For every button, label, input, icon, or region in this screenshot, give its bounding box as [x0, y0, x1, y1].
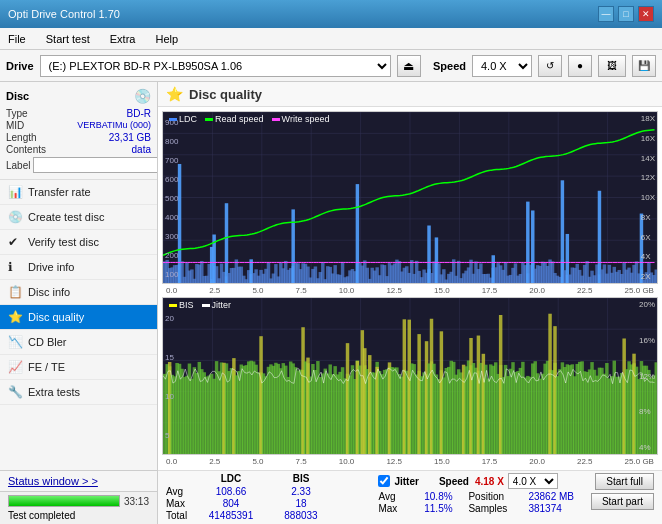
sidebar-label-extra-tests: Extra tests	[28, 386, 80, 398]
legend-read-speed: Read speed	[205, 114, 264, 124]
sidebar-item-cd-bler[interactable]: 📉 CD Bler	[0, 330, 157, 355]
jitter-avg-label: Avg	[378, 491, 408, 502]
start-full-button[interactable]: Start full	[595, 473, 654, 490]
ldc-legend-dot	[169, 118, 177, 121]
avg-row-label: Avg	[166, 486, 196, 497]
sidebar-label-transfer-rate: Transfer rate	[28, 186, 91, 198]
speed-select[interactable]: 4.0 X 2.0 X 8.0 X	[472, 55, 532, 77]
top-chart: LDC Read speed Write speed 18X 16X 14X	[162, 111, 658, 284]
menu-help[interactable]: Help	[151, 31, 182, 47]
menu-extra[interactable]: Extra	[106, 31, 140, 47]
disc-label-input[interactable]	[33, 157, 158, 173]
close-button[interactable]: ✕	[638, 6, 654, 22]
record-button[interactable]: ●	[568, 55, 592, 77]
speed-col-header: Speed	[439, 476, 469, 487]
samples-label: Samples	[468, 503, 528, 514]
ldc-max-val: 804	[196, 498, 266, 509]
drive-select[interactable]: (E:) PLEXTOR BD-R PX-LB950SA 1.06	[40, 55, 391, 77]
sidebar-item-disc-quality[interactable]: ⭐ Disc quality	[0, 305, 157, 330]
save-button[interactable]: 💾	[632, 55, 656, 77]
chart-area: LDC Read speed Write speed 18X 16X 14X	[158, 107, 662, 470]
bottom-chart-canvas	[163, 298, 657, 454]
ldc-legend-label: LDC	[179, 114, 197, 124]
menu-bar: File Start test Extra Help	[0, 28, 662, 50]
status-text: Test completed	[8, 510, 75, 521]
sidebar-label-create-test-disc: Create test disc	[28, 211, 104, 223]
bis-legend-dot	[169, 304, 177, 307]
content-header-title: Disc quality	[189, 87, 262, 102]
progress-bar-fill	[9, 496, 119, 506]
jitter-speed-stats: Jitter Speed 4.18 X 4.0 X Avg 10.8% Posi…	[378, 473, 590, 515]
eject-button[interactable]: ⏏	[397, 55, 421, 77]
read-speed-legend-label: Read speed	[215, 114, 264, 124]
disc-mid-val: VERBATIMu (000)	[77, 120, 151, 131]
samples-val: 381374	[528, 503, 561, 514]
top-chart-y-axis-right: 18X 16X 14X 12X 10X 8X 6X 4X 2X	[641, 112, 655, 283]
top-chart-legend: LDC Read speed Write speed	[169, 114, 329, 124]
ldc-col-header: LDC	[196, 473, 266, 484]
sidebar-item-create-test-disc[interactable]: 💿 Create test disc	[0, 205, 157, 230]
disc-type-val: BD-R	[127, 108, 151, 119]
maximize-button[interactable]: □	[618, 6, 634, 22]
disc-info-icon: 📋	[8, 285, 22, 299]
top-chart-canvas	[163, 112, 657, 283]
max-row-label: Max	[166, 498, 196, 509]
bottom-chart-x-axis: 0.02.55.07.510.012.515.017.520.022.525.0…	[162, 457, 658, 466]
main-area: Disc 💿 Type BD-R MID VERBATIMu (000) Len…	[0, 82, 662, 524]
time-display: 33:13	[124, 496, 149, 507]
disc-info-panel: Disc 💿 Type BD-R MID VERBATIMu (000) Len…	[0, 82, 157, 180]
menu-start-test[interactable]: Start test	[42, 31, 94, 47]
speed-select-stats[interactable]: 4.0 X	[508, 473, 558, 489]
title-bar: Opti Drive Control 1.70 — □ ✕	[0, 0, 662, 28]
extra-tests-icon: 🔧	[8, 385, 22, 399]
disc-panel-title: Disc	[6, 90, 29, 102]
bottom-chart-legend: BIS Jitter	[169, 300, 231, 310]
read-speed-legend-dot	[205, 118, 213, 121]
bis-max-val: 18	[266, 498, 336, 509]
disc-length-val: 23,31 GB	[109, 132, 151, 143]
bis-col-header: BIS	[266, 473, 336, 484]
sidebar-item-verify-test-disc[interactable]: ✔ Verify test disc	[0, 230, 157, 255]
sidebar-nav: 📊 Transfer rate 💿 Create test disc ✔ Ver…	[0, 180, 157, 470]
start-part-button[interactable]: Start part	[591, 493, 654, 510]
refresh-button[interactable]: ↺	[538, 55, 562, 77]
sidebar-item-extra-tests[interactable]: 🔧 Extra tests	[0, 380, 157, 405]
sidebar-item-fe-te[interactable]: 📈 FE / TE	[0, 355, 157, 380]
sidebar-item-transfer-rate[interactable]: 📊 Transfer rate	[0, 180, 157, 205]
drive-info-icon: ℹ	[8, 260, 22, 274]
drive-label: Drive	[6, 60, 34, 72]
disc-mid-label: MID	[6, 120, 24, 131]
image-button[interactable]: 🖼	[598, 55, 626, 77]
menu-file[interactable]: File	[4, 31, 30, 47]
write-speed-legend-label: Write speed	[282, 114, 330, 124]
content-header: ⭐ Disc quality	[158, 82, 662, 107]
drive-bar: Drive (E:) PLEXTOR BD-R PX-LB950SA 1.06 …	[0, 50, 662, 82]
status-window-link[interactable]: Status window > >	[8, 475, 98, 487]
bis-total-val: 888033	[266, 510, 336, 521]
position-label: Position	[468, 491, 528, 502]
legend-ldc: LDC	[169, 114, 197, 124]
minimize-button[interactable]: —	[598, 6, 614, 22]
content-area: ⭐ Disc quality LDC Read speed	[158, 82, 662, 524]
disc-type-label: Type	[6, 108, 28, 119]
jitter-checkbox[interactable]	[378, 475, 390, 487]
sidebar-item-drive-info[interactable]: ℹ Drive info	[0, 255, 157, 280]
sidebar-item-disc-info[interactable]: 📋 Disc info	[0, 280, 157, 305]
ldc-bis-stats: LDC BIS Avg 108.66 2.33 Max 804 18 Total…	[166, 473, 378, 522]
top-chart-x-axis: 0.02.55.07.510.012.515.017.520.022.525.0…	[162, 286, 658, 295]
fe-te-icon: 📈	[8, 360, 22, 374]
sidebar-bottom: Status window > > 33:13 Test completed	[0, 470, 157, 524]
disc-panel-icon: 💿	[134, 88, 151, 104]
bottom-chart-y-axis-right: 20% 16% 12% 8% 4%	[639, 298, 655, 454]
stats-row: LDC BIS Avg 108.66 2.33 Max 804 18 Total…	[158, 470, 662, 524]
content-header-icon: ⭐	[166, 86, 183, 102]
legend-bis: BIS	[169, 300, 194, 310]
sidebar-label-disc-quality: Disc quality	[28, 311, 84, 323]
jitter-max-val: 11.5%	[408, 503, 468, 514]
sidebar-label-disc-info: Disc info	[28, 286, 70, 298]
bottom-chart: BIS Jitter 20% 16% 12% 8% 4%	[162, 297, 658, 455]
jitter-col-header: Jitter	[394, 476, 418, 487]
jitter-avg-val: 10.8%	[408, 491, 468, 502]
speed-label: Speed	[433, 60, 466, 72]
start-buttons: Start full Start part	[591, 473, 654, 510]
